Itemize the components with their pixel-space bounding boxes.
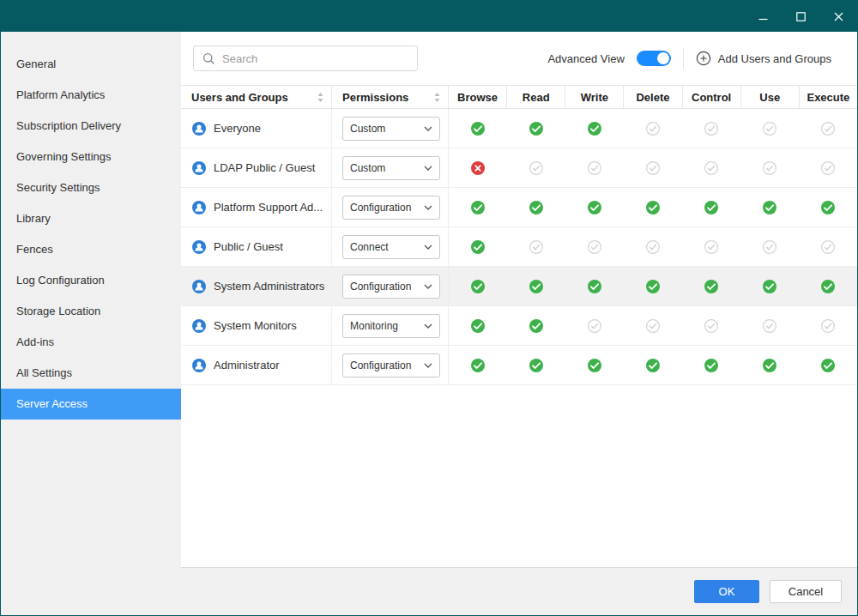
- granted-check-icon[interactable]: [587, 358, 602, 373]
- granted-check-icon[interactable]: [762, 279, 777, 294]
- chevron-down-icon: [424, 284, 432, 289]
- granted-check-icon[interactable]: [470, 318, 486, 334]
- permission-cell: Configuration: [332, 267, 449, 305]
- permission-dropdown[interactable]: Configuration: [342, 275, 440, 299]
- column-header-users-and-groups[interactable]: Users and Groups: [181, 86, 332, 108]
- sidebar-item-general[interactable]: General: [1, 49, 181, 80]
- sidebar-item-library[interactable]: Library: [1, 203, 181, 234]
- ok-button[interactable]: OK: [694, 580, 759, 603]
- granted-check-icon[interactable]: [529, 358, 544, 373]
- unchecked-circle-icon[interactable]: [762, 160, 777, 176]
- access-cell-write: [565, 306, 624, 345]
- unchecked-circle-icon[interactable]: [587, 160, 602, 176]
- unchecked-circle-icon[interactable]: [704, 160, 719, 176]
- denied-x-icon[interactable]: [470, 160, 486, 176]
- permission-dropdown[interactable]: Custom: [342, 156, 440, 180]
- granted-check-icon[interactable]: [529, 279, 544, 294]
- unchecked-circle-icon[interactable]: [587, 239, 602, 255]
- permission-dropdown[interactable]: Custom: [342, 117, 440, 141]
- table-row: LDAP Public / GuestCustom: [181, 148, 857, 188]
- sort-icon[interactable]: [433, 92, 441, 103]
- unchecked-circle-icon[interactable]: [704, 318, 719, 334]
- unchecked-circle-icon[interactable]: [529, 160, 544, 176]
- granted-check-icon[interactable]: [645, 279, 661, 294]
- unchecked-circle-icon[interactable]: [587, 318, 602, 334]
- access-cell-execute: [799, 188, 857, 226]
- granted-check-icon[interactable]: [470, 239, 486, 255]
- granted-check-icon[interactable]: [820, 200, 836, 215]
- column-header-label: Control: [692, 91, 731, 104]
- granted-check-icon[interactable]: [470, 121, 486, 136]
- column-header-permissions[interactable]: Permissions: [332, 86, 449, 108]
- access-cell-control: [682, 227, 740, 266]
- add-users-and-groups-button[interactable]: Add Users and Groups: [696, 51, 831, 66]
- access-cell-use: [740, 267, 799, 305]
- granted-check-icon[interactable]: [704, 358, 719, 373]
- cancel-button[interactable]: Cancel: [770, 580, 842, 603]
- unchecked-circle-icon[interactable]: [820, 318, 836, 334]
- sidebar-item-fences[interactable]: Fences: [1, 234, 181, 265]
- access-cell-execute: [799, 148, 857, 187]
- granted-check-icon[interactable]: [820, 279, 836, 294]
- column-header-control: Control: [683, 86, 741, 108]
- unchecked-circle-icon[interactable]: [645, 160, 661, 176]
- table-row: Public / GuestConnect: [181, 227, 857, 267]
- table-header: Users and GroupsPermissionsBrowseReadWri…: [181, 85, 857, 109]
- advanced-view-toggle[interactable]: [637, 51, 671, 66]
- sidebar-item-storage-location[interactable]: Storage Location: [1, 296, 181, 327]
- granted-check-icon[interactable]: [470, 279, 486, 294]
- sidebar-item-log-configuration[interactable]: Log Configuration: [1, 265, 181, 296]
- access-cell-write: [565, 227, 624, 266]
- unchecked-circle-icon[interactable]: [820, 121, 836, 136]
- maximize-button[interactable]: [782, 1, 819, 32]
- unchecked-circle-icon[interactable]: [762, 318, 777, 334]
- granted-check-icon[interactable]: [529, 200, 544, 215]
- access-cell-write: [565, 267, 624, 305]
- granted-check-icon[interactable]: [470, 200, 486, 215]
- granted-check-icon[interactable]: [704, 279, 719, 294]
- sidebar-item-governing-settings[interactable]: Governing Settings: [1, 142, 181, 172]
- sidebar-item-security-settings[interactable]: Security Settings: [1, 172, 181, 203]
- unchecked-circle-icon[interactable]: [820, 160, 836, 176]
- granted-check-icon[interactable]: [587, 121, 602, 136]
- close-button[interactable]: [819, 1, 857, 32]
- granted-check-icon[interactable]: [820, 358, 836, 373]
- unchecked-circle-icon[interactable]: [762, 121, 777, 136]
- granted-check-icon[interactable]: [704, 200, 719, 215]
- table-row: AdministratorConfiguration: [181, 346, 857, 385]
- sidebar-item-subscription-delivery[interactable]: Subscription Delivery: [1, 111, 181, 142]
- granted-check-icon[interactable]: [762, 358, 777, 373]
- unchecked-circle-icon[interactable]: [645, 318, 661, 334]
- user-name: Platform Support Ad...: [214, 201, 323, 214]
- sidebar-item-platform-analytics[interactable]: Platform Analytics: [1, 80, 181, 111]
- sidebar-item-server-access[interactable]: Server Access: [1, 389, 181, 420]
- granted-check-icon[interactable]: [762, 200, 777, 215]
- search-input[interactable]: [222, 52, 408, 65]
- access-cell-delete: [624, 148, 682, 187]
- granted-check-icon[interactable]: [587, 279, 602, 294]
- unchecked-circle-icon[interactable]: [704, 121, 719, 136]
- permission-dropdown[interactable]: Connect: [342, 235, 440, 259]
- advanced-view-label: Advanced View: [547, 52, 624, 65]
- permission-dropdown[interactable]: Configuration: [342, 353, 440, 377]
- unchecked-circle-icon[interactable]: [762, 239, 777, 255]
- permission-dropdown[interactable]: Configuration: [342, 196, 440, 220]
- minimize-button[interactable]: [744, 1, 782, 32]
- granted-check-icon[interactable]: [529, 121, 544, 136]
- sidebar-item-all-settings[interactable]: All Settings: [1, 358, 181, 389]
- permission-dropdown[interactable]: Monitoring: [342, 314, 440, 338]
- unchecked-circle-icon[interactable]: [820, 239, 836, 255]
- column-header-label: Permissions: [342, 91, 408, 104]
- granted-check-icon[interactable]: [529, 318, 544, 334]
- sort-icon[interactable]: [317, 92, 324, 103]
- unchecked-circle-icon[interactable]: [645, 239, 661, 255]
- granted-check-icon[interactable]: [587, 200, 602, 215]
- granted-check-icon[interactable]: [645, 358, 661, 373]
- permission-value: Configuration: [350, 359, 411, 371]
- granted-check-icon[interactable]: [645, 200, 661, 215]
- unchecked-circle-icon[interactable]: [645, 121, 661, 136]
- unchecked-circle-icon[interactable]: [704, 239, 719, 255]
- granted-check-icon[interactable]: [470, 358, 486, 373]
- unchecked-circle-icon[interactable]: [529, 239, 544, 255]
- sidebar-item-add-ins[interactable]: Add-ins: [1, 327, 181, 358]
